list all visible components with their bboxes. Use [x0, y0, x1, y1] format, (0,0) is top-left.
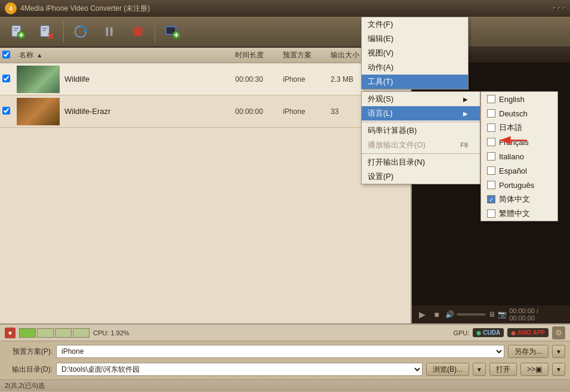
close-button[interactable]: [563, 7, 565, 10]
preset-row: 预置方案(P): iPhone 另存为... ▼: [5, 344, 565, 359]
menu-action[interactable]: 动作(A): [362, 60, 468, 75]
play-button[interactable]: ▶: [417, 308, 429, 320]
tools-open-output[interactable]: 打开输出目录(N): [362, 155, 480, 169]
output-select[interactable]: D:\tools\桌面\河东软件园: [56, 363, 423, 376]
cpu-bar-4: [73, 328, 90, 338]
tools-language[interactable]: 语言(L) ▶: [362, 106, 480, 121]
table-header: 名称 ▲ 时间长度 预置方案 输出大小 状态: [0, 48, 411, 63]
table-row[interactable]: Wildlife 00:00:30 iPhone 2.3 MB ✓: [0, 63, 411, 95]
status-text: 2(共,2(已勾选: [5, 381, 45, 390]
convert-button[interactable]: [67, 20, 94, 44]
menu-view[interactable]: 视图(V): [362, 46, 468, 60]
lang-checkbox: [487, 124, 495, 132]
preview-time: 00:00:00 / 00:00:00: [509, 307, 565, 322]
lang-english[interactable]: English: [481, 92, 557, 106]
red-arrow-indicator: [495, 131, 531, 149]
output-row: 输出目录(D): D:\tools\桌面\河东软件园 浏览(B)... ▼ 打开…: [5, 362, 565, 377]
save-as-button[interactable]: 另存为...: [508, 345, 549, 358]
perf-settings-button[interactable]: ⚙: [552, 326, 565, 339]
lang-checkbox: [487, 138, 495, 146]
file-name: Wildlife: [64, 75, 235, 84]
lang-checkbox: [487, 166, 495, 175]
file-list: Wildlife 00:00:30 iPhone 2.3 MB ✓ Wildli…: [0, 63, 411, 323]
lang-checkbox: [487, 209, 495, 218]
app-logo: 4: [5, 2, 17, 14]
gpu-label: GPU:: [453, 329, 469, 337]
row-checkbox[interactable]: [2, 75, 10, 82]
svg-rect-4: [106, 27, 108, 36]
cpu-bar-1: [19, 328, 36, 338]
name-column-header[interactable]: 名称 ▲: [17, 50, 235, 60]
camera-icon: 📷: [498, 310, 507, 319]
browse-button[interactable]: 浏览(B)...: [426, 363, 469, 376]
file-duration: 00:00:00: [235, 107, 283, 116]
file-name: Wildlife-Erazr: [64, 107, 235, 116]
table-row[interactable]: Wildlife-Erazr 00:00:00 iPhone 33: [0, 95, 411, 128]
svg-rect-2: [41, 26, 50, 37]
check-column-header: [2, 51, 17, 60]
lang-portuguese[interactable]: Português: [481, 178, 557, 192]
output-label: 输出目录(D):: [5, 365, 53, 375]
merge-button[interactable]: >>▣: [520, 363, 549, 376]
svg-rect-5: [110, 27, 113, 36]
cpu-usage: CPU: 1.92%: [93, 329, 130, 337]
menu-file[interactable]: 文件(F): [362, 17, 468, 32]
preset-arrow-button[interactable]: ▼: [552, 345, 565, 358]
cpu-bar-3: [55, 328, 72, 338]
app-title: 4Media iPhone Video Converter (未注册): [20, 4, 553, 14]
lang-traditional-chinese[interactable]: 繁體中文: [481, 206, 557, 221]
lang-italian[interactable]: Italiano: [481, 149, 557, 163]
window-controls: [553, 7, 565, 10]
tools-submenu: 外观(S) ▶ 语言(L) ▶ 码率计算器(B) 播放输出文件(O) F8 打开…: [361, 91, 480, 184]
volume-icon: 🔊: [445, 310, 454, 319]
preset-label: 预置方案(P):: [5, 347, 53, 357]
file-duration: 00:00:30: [235, 75, 283, 84]
tools-settings[interactable]: 设置(P): [362, 169, 480, 184]
status-bar: 2(共,2(已勾选: [0, 379, 570, 391]
toolbar-separator-2: [155, 21, 155, 42]
file-panel: 名称 ▲ 时间长度 预置方案 输出大小 状态 Wildlife 00:00:30: [0, 48, 412, 323]
toolbar-separator: [63, 21, 64, 42]
preset-select[interactable]: iPhone: [56, 345, 504, 358]
lang-simplified-chinese[interactable]: 简体中文: [481, 192, 557, 206]
stop-all-button[interactable]: ■: [5, 328, 16, 338]
open-button[interactable]: 打开: [489, 363, 517, 376]
menu-edit[interactable]: 编辑(E): [362, 32, 468, 46]
menu-sep-2: [362, 153, 480, 154]
stop-button[interactable]: [125, 20, 151, 44]
merge-arrow-button[interactable]: ▼: [552, 363, 565, 376]
screen-icon: 🖥: [488, 310, 495, 319]
output-arrow-button[interactable]: ▼: [473, 363, 486, 376]
lang-checkbox: [487, 109, 495, 118]
remove-file-button[interactable]: [33, 20, 60, 44]
duration-column-header: 时间长度: [235, 50, 283, 60]
performance-bar: ■ CPU: 1.92% GPU: ◉ CUDA ◉ AMD APP ⚙: [0, 325, 570, 341]
thumbnail: [17, 66, 60, 93]
output-button[interactable]: [159, 20, 185, 44]
options-bar: 预置方案(P): iPhone 另存为... ▼ 输出目录(D): D:\too…: [0, 341, 570, 379]
select-all-checkbox[interactable]: [2, 51, 10, 58]
tools-bitrate[interactable]: 码率计算器(B): [362, 124, 480, 138]
pause-button[interactable]: [96, 20, 122, 44]
main-menu-bar: 文件(F) 编辑(E) 视图(V) 动作(A) 工具(T): [361, 17, 469, 89]
maximize-button[interactable]: [558, 7, 560, 10]
menu-sep: [362, 122, 480, 122]
row-checkbox[interactable]: [2, 107, 10, 115]
tools-appearance[interactable]: 外观(S) ▶: [362, 92, 480, 106]
cpu-bars: [19, 328, 90, 338]
menu-tools[interactable]: 工具(T): [362, 75, 468, 89]
add-file-button[interactable]: [5, 20, 31, 44]
minimize-button[interactable]: [553, 7, 556, 10]
lang-deutsch[interactable]: Deutsch: [481, 106, 557, 121]
language-submenu: English Deutsch 日本語 Français Italiano Es…: [480, 91, 558, 221]
svg-rect-6: [134, 27, 143, 36]
preview-controls: ▶ ■ 🔊 🖥 📷 00:00:00 / 00:00:00: [412, 305, 570, 323]
amd-badge: ◉ AMD APP: [507, 328, 549, 337]
cuda-badge: ◉ CUDA: [473, 328, 504, 337]
bottom-area: ■ CPU: 1.92% GPU: ◉ CUDA ◉ AMD APP ⚙: [0, 323, 570, 392]
stop-preview-button[interactable]: ■: [431, 308, 443, 320]
lang-checkbox: [487, 152, 495, 160]
volume-slider[interactable]: [457, 313, 486, 316]
lang-spanish[interactable]: Español: [481, 163, 557, 178]
tools-play-output[interactable]: 播放输出文件(O) F8: [362, 138, 480, 152]
